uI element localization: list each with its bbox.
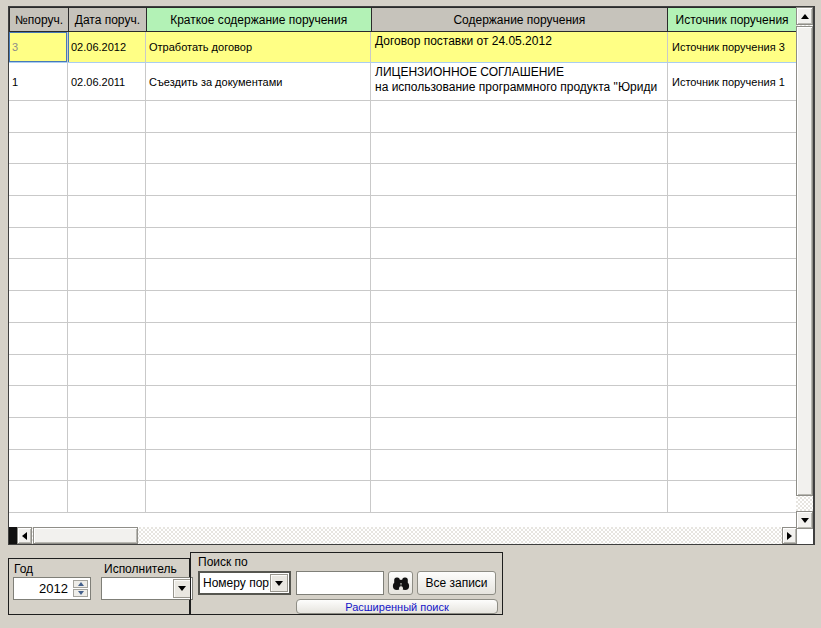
cell[interactable]: [668, 196, 797, 228]
cell[interactable]: [9, 323, 68, 355]
cell[interactable]: Съездить за документами: [146, 63, 371, 101]
cell[interactable]: [68, 196, 146, 228]
cell[interactable]: [9, 386, 68, 418]
cell[interactable]: [146, 259, 371, 291]
cell[interactable]: [146, 450, 371, 482]
column-header-2[interactable]: Дата поруч.: [68, 7, 147, 32]
cell[interactable]: [371, 164, 668, 196]
cell[interactable]: [9, 291, 68, 323]
cell[interactable]: [668, 481, 797, 513]
cell[interactable]: [146, 101, 371, 133]
cell[interactable]: [68, 355, 146, 387]
cell[interactable]: [668, 228, 797, 260]
cell[interactable]: [146, 355, 371, 387]
cell[interactable]: [9, 164, 68, 196]
cell[interactable]: [371, 228, 668, 260]
cell[interactable]: [9, 418, 68, 450]
cell[interactable]: [668, 355, 797, 387]
cell[interactable]: [9, 450, 68, 482]
cell[interactable]: [371, 133, 668, 165]
split-grip[interactable]: [9, 527, 17, 544]
spin-down-button[interactable]: [73, 589, 88, 597]
cell[interactable]: [146, 291, 371, 323]
cell[interactable]: Отработать договор: [146, 32, 371, 63]
cell[interactable]: [371, 355, 668, 387]
scroll-right-button[interactable]: [782, 527, 797, 544]
cell[interactable]: [9, 196, 68, 228]
cell[interactable]: [668, 259, 797, 291]
cell[interactable]: [146, 481, 371, 513]
cell[interactable]: [9, 133, 68, 165]
cell[interactable]: [68, 386, 146, 418]
cell[interactable]: ЛИЦЕНЗИОННОЕ СОГЛАШЕНИЕ на использование…: [371, 63, 668, 101]
cell[interactable]: [68, 450, 146, 482]
search-by-dropdown[interactable]: Номеру пору: [198, 571, 291, 595]
cell[interactable]: 02.06.2012: [68, 32, 146, 63]
cell[interactable]: [371, 196, 668, 228]
cell[interactable]: [9, 355, 68, 387]
cell[interactable]: [68, 481, 146, 513]
cell[interactable]: [668, 164, 797, 196]
table-row[interactable]: [9, 386, 797, 418]
cell[interactable]: [371, 481, 668, 513]
cell[interactable]: [9, 228, 68, 260]
cell[interactable]: [371, 323, 668, 355]
cell[interactable]: [371, 291, 668, 323]
table-row[interactable]: [9, 259, 797, 291]
table-row[interactable]: [9, 355, 797, 387]
scroll-left-button[interactable]: [17, 527, 32, 544]
executor-dropdown[interactable]: [101, 577, 193, 600]
cell[interactable]: [9, 259, 68, 291]
cell[interactable]: [146, 133, 371, 165]
table-row[interactable]: [9, 228, 797, 260]
horizontal-scrollbar[interactable]: [9, 527, 797, 544]
table-row[interactable]: [9, 133, 797, 165]
cell[interactable]: [68, 418, 146, 450]
find-button[interactable]: [388, 571, 413, 595]
cell[interactable]: [146, 228, 371, 260]
year-spinner[interactable]: [13, 577, 91, 600]
cell[interactable]: [68, 101, 146, 133]
table-row[interactable]: [9, 164, 797, 196]
vertical-scroll-thumb[interactable]: [796, 26, 813, 496]
cell[interactable]: Источник поручения 3: [668, 32, 797, 63]
cell[interactable]: [68, 228, 146, 260]
cell[interactable]: [68, 133, 146, 165]
column-header-5[interactable]: Источник поручения: [667, 7, 797, 32]
cell[interactable]: [668, 450, 797, 482]
cell[interactable]: [371, 386, 668, 418]
table-row[interactable]: [9, 481, 797, 513]
column-header-1[interactable]: №поруч.: [9, 7, 69, 32]
cell[interactable]: [371, 259, 668, 291]
scroll-down-button[interactable]: [796, 511, 813, 529]
search-input[interactable]: [297, 572, 383, 594]
cell[interactable]: [146, 196, 371, 228]
column-header-4[interactable]: Содержание поручения: [371, 7, 669, 32]
cell[interactable]: [68, 259, 146, 291]
cell[interactable]: [68, 323, 146, 355]
table-row[interactable]: [9, 323, 797, 355]
spin-up-button[interactable]: [73, 580, 88, 588]
table-row[interactable]: [9, 196, 797, 228]
cell[interactable]: [668, 101, 797, 133]
executor-dropdown-button[interactable]: [173, 579, 191, 598]
cell[interactable]: [668, 291, 797, 323]
cell[interactable]: 02.06.2011: [68, 63, 146, 101]
table-row[interactable]: [9, 291, 797, 323]
cell[interactable]: [146, 418, 371, 450]
cell[interactable]: [668, 133, 797, 165]
all-records-button[interactable]: Все записи: [417, 571, 496, 595]
cell[interactable]: [668, 386, 797, 418]
cell[interactable]: [668, 323, 797, 355]
cell[interactable]: 3: [9, 32, 68, 63]
advanced-search-button[interactable]: Расширенный поиск: [296, 599, 498, 614]
vertical-scrollbar[interactable]: [796, 7, 813, 529]
cell[interactable]: [68, 164, 146, 196]
table-row[interactable]: 302.06.2012Отработать договорДоговор пос…: [9, 32, 797, 63]
table-row[interactable]: [9, 418, 797, 450]
cell[interactable]: [146, 386, 371, 418]
table-row[interactable]: [9, 101, 797, 133]
cell[interactable]: Договор поставки от 24.05.2012: [371, 32, 668, 63]
table-row[interactable]: 102.06.2011Съездить за документамиЛИЦЕНЗ…: [9, 63, 797, 101]
scroll-up-button[interactable]: [796, 7, 813, 25]
